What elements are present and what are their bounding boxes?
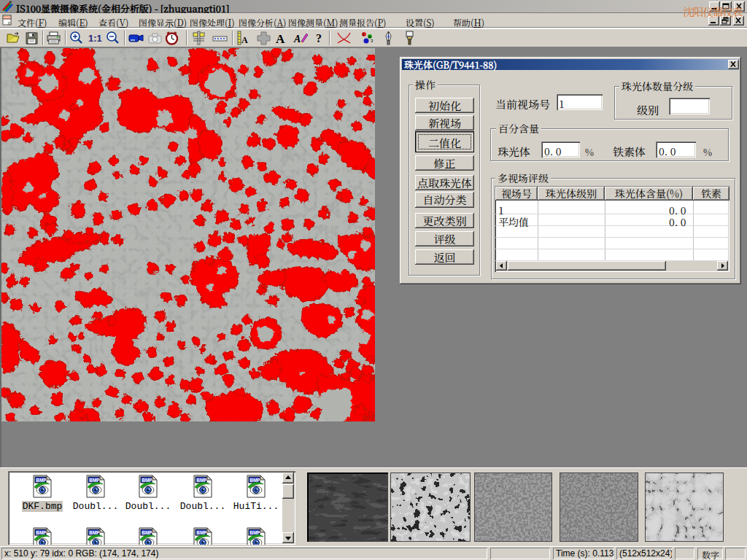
svg-text:A: A: [276, 32, 285, 46]
svg-text:A: A: [293, 34, 301, 44]
svg-text:1:1: 1:1: [88, 33, 102, 44]
svg-text:3: 3: [371, 39, 374, 43]
svg-text:?: ?: [316, 32, 322, 44]
svg-text:A: A: [241, 35, 248, 45]
svg-text:DOC: DOC: [4, 16, 12, 20]
